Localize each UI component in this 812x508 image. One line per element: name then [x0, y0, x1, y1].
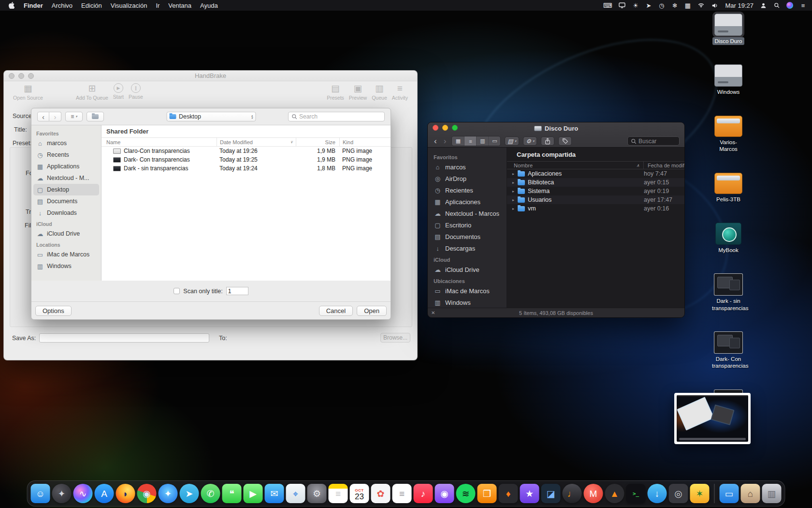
forward-button[interactable]: › — [442, 137, 448, 145]
finder-row-vm[interactable]: ▸vmayer 0:16 — [507, 204, 684, 213]
column-view-button[interactable]: ▥ — [476, 136, 488, 146]
finder-search-input[interactable] — [638, 138, 676, 145]
pointer-icon[interactable]: ➤ — [645, 1, 652, 9]
close-button[interactable] — [433, 125, 438, 131]
desktop-icon-dark-con-transparencias[interactable]: Dark- Con transparencias — [710, 331, 747, 370]
dialog-search-input[interactable] — [299, 113, 381, 120]
keyboard-icon[interactable]: ▦ — [684, 1, 691, 9]
menu-ventana[interactable]: Ventana — [164, 2, 196, 9]
dock-whatsapp-icon[interactable]: ✆ — [201, 484, 220, 503]
column-size[interactable]: Size — [296, 138, 339, 146]
dock-chrome-icon[interactable]: ◉ — [137, 484, 157, 503]
finder-row-sistema[interactable]: ▸Sistemaayer 0:19 — [507, 187, 684, 195]
handbrake-titlebar[interactable]: HandBrake — [4, 71, 417, 81]
dock-safari-icon[interactable]: ✦ — [159, 484, 178, 503]
finder-row-usuarios[interactable]: ▸Usuariosayer 17:47 — [507, 195, 684, 204]
brightness-icon[interactable]: ☀ — [632, 1, 638, 9]
menu-ayuda[interactable]: Ayuda — [196, 2, 222, 9]
icon-view-button[interactable]: ▦ — [452, 136, 464, 146]
list-view-button[interactable]: ≡ — [464, 136, 476, 146]
zoom-button[interactable] — [28, 73, 34, 79]
location-popup[interactable]: Desktop ▴▾ — [166, 112, 256, 121]
sidebar-item-descargas[interactable]: ↓Descargas — [428, 242, 507, 254]
toolbar-activity-button[interactable]: ≡Activity — [390, 83, 410, 101]
sidebar-item-imac-de-marcos[interactable]: ▭iMac de Marcos — [31, 249, 101, 260]
dock-pineapple-app-icon[interactable]: ✶ — [690, 484, 710, 503]
scan-only-title-checkbox[interactable] — [174, 288, 180, 294]
control-list-icon[interactable]: ≡ — [800, 1, 806, 9]
column-date-modified[interactable]: Fecha de modif — [643, 162, 684, 169]
open-button[interactable]: Open — [357, 306, 387, 316]
siri-icon[interactable] — [786, 1, 793, 9]
dock-mail-icon[interactable]: ✉ — [265, 484, 284, 503]
sidebar-item-nextcloud-marcos[interactable]: ☁Nextcloud - Marcos — [428, 208, 507, 219]
menubar-clock[interactable]: Mar 19:27 — [725, 2, 754, 9]
dock-system-preferences-icon[interactable]: ⚙ — [307, 484, 327, 503]
column-date-modified[interactable]: Date Modified∨ — [217, 138, 296, 146]
disclosure-triangle-icon[interactable]: ▸ — [510, 189, 517, 194]
sidebar-item-downloads[interactable]: ↓Downloads — [31, 207, 101, 219]
menu-edici-n[interactable]: Edición — [77, 2, 106, 9]
sidebar-item-desktop[interactable]: ▢Desktop — [33, 184, 99, 195]
sidebar-item-escritorio[interactable]: ▢Escritorio — [428, 219, 507, 231]
file-row-dark-con-transparencias[interactable]: Dark- Con transparenciasToday at 19:251,… — [102, 155, 391, 164]
menu-ir[interactable]: Ir — [151, 2, 164, 9]
column-kind[interactable]: Kind — [339, 138, 391, 146]
sidebar-item-aplicaciones[interactable]: ▦Aplicaciones — [428, 196, 507, 208]
sidebar-item-documents[interactable]: ▤Documents — [31, 195, 101, 207]
sidebar-item-windows[interactable]: ▥Windows — [31, 260, 101, 272]
dock-finder-icon[interactable]: ☺ — [31, 484, 50, 503]
toolbar-presets-button[interactable]: ▤Presets — [324, 83, 347, 101]
toolbar-pause-button[interactable]: ∥Pause — [126, 83, 145, 100]
save-as-input[interactable] — [39, 333, 209, 343]
dock-books-icon[interactable]: ❒ — [478, 484, 497, 503]
file-row-dark-sin-transparencias[interactable]: Dark - sin transparenciasToday at 19:241… — [102, 164, 391, 173]
toolbar-add-to-queue-button[interactable]: ⊞Add To Queue — [73, 83, 111, 101]
dock-spotify-icon[interactable]: ≋ — [456, 484, 476, 503]
close-button[interactable] — [9, 73, 14, 79]
desktop-icon-pelis-3tb[interactable]: Pelis-3TB — [710, 173, 747, 203]
apple-menu[interactable] — [4, 2, 19, 9]
desktop-icon-disco-duro[interactable]: Disco Duro — [710, 14, 747, 45]
dock-siri-icon[interactable]: ∿ — [73, 484, 93, 503]
dock-photos-icon[interactable]: ✿ — [371, 484, 391, 503]
sidebar-item-documentos[interactable]: ▤Documentos — [428, 231, 507, 242]
dock-music-icon[interactable]: ♪ — [414, 484, 433, 503]
finder-titlebar[interactable]: Disco Duro ‹ › ▦ ≡ ▥ ▭ ▤▾ ⚙▾ — [428, 122, 684, 148]
back-button[interactable]: ‹ — [37, 112, 49, 121]
sidebar-item-icloud-drive[interactable]: ☁iCloud Drive — [31, 228, 101, 239]
dock-flame-app-icon[interactable]: ♦ — [499, 484, 518, 503]
toolbar-start-button[interactable]: ▶Start — [111, 83, 126, 100]
user-icon[interactable] — [760, 1, 767, 9]
spotlight-icon[interactable] — [773, 1, 780, 9]
dock-terminal-icon[interactable]: >_ — [626, 484, 646, 503]
sidebar-item-recents[interactable]: ◷Recents — [31, 149, 101, 161]
sidebar-item-applications[interactable]: ▦Applications — [31, 161, 101, 172]
toolbar-queue-button[interactable]: ▥Queue — [369, 83, 390, 101]
dock-reminders-icon[interactable]: ≡ — [392, 484, 412, 503]
desktop-icon-mybook[interactable]: MyBook — [710, 223, 747, 254]
toolbar-preview-button[interactable]: ▣Preview — [347, 83, 369, 101]
cancel-button[interactable]: Cancel — [319, 306, 353, 316]
wifi-icon[interactable] — [697, 1, 705, 9]
dock-notes-icon[interactable]: ≡ — [329, 484, 348, 503]
finder-row-aplicaciones[interactable]: ▸Aplicacioneshoy 7:47 — [507, 169, 684, 178]
forward-button[interactable]: › — [49, 112, 61, 121]
desktop-icon-windows[interactable]: Windows — [710, 64, 747, 96]
stop-icon[interactable]: ✕ — [431, 310, 435, 315]
dock-podcasts-icon[interactable]: ◉ — [435, 484, 454, 503]
dock-star-app-icon[interactable]: ★ — [520, 484, 539, 503]
screenshot-preview[interactable] — [674, 393, 751, 444]
sidebar-item-icloud-drive[interactable]: ☁iCloud Drive — [428, 264, 507, 275]
dock-media-player-icon[interactable]: ▲ — [605, 484, 624, 503]
menu-finder[interactable]: Finder — [19, 2, 47, 9]
disclosure-triangle-icon[interactable]: ▸ — [510, 172, 517, 176]
disclosure-triangle-icon[interactable]: ▸ — [510, 180, 517, 185]
dock-download-manager-icon[interactable]: ↓ — [648, 484, 667, 503]
view-mode-button[interactable]: ≡▾ — [65, 112, 83, 121]
dock-firefox-icon[interactable]: ◗ — [116, 484, 135, 503]
dock-facetime-icon[interactable]: ▶ — [244, 484, 263, 503]
scan-title-input[interactable] — [226, 287, 248, 295]
disclosure-triangle-icon[interactable]: ▸ — [510, 207, 517, 211]
sidebar-item-windows[interactable]: ▥Windows — [428, 297, 507, 308]
